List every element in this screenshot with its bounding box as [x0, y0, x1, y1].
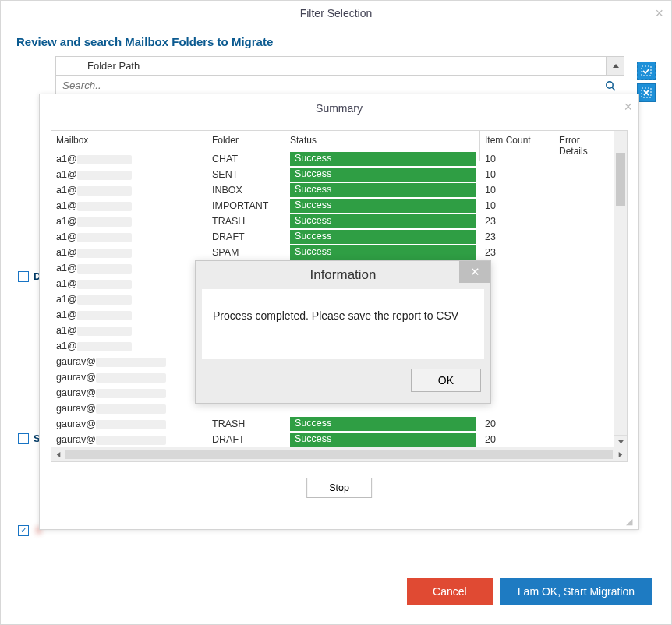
cell-item-count: [480, 283, 566, 284]
horizontal-scrollbar[interactable]: [51, 447, 627, 461]
scrollbar-track[interactable]: [65, 450, 613, 459]
table-row[interactable]: a1@.SENTSuccess10: [51, 167, 627, 182]
information-dialog: Information ✕ Process completed. Please …: [195, 260, 491, 404]
cell-item-count: 23: [480, 231, 566, 243]
cell-mailbox: a1@.: [51, 277, 207, 290]
status-badge: Success: [290, 168, 476, 182]
summary-title: Summary: [40, 94, 638, 122]
search-icon[interactable]: [605, 80, 624, 91]
cell-status: Success: [285, 182, 480, 198]
stop-button[interactable]: Stop: [306, 478, 372, 498]
resize-grip-icon[interactable]: ◢: [626, 517, 635, 526]
cell-folder: TRASH: [207, 418, 285, 430]
cell-mailbox: gaurav@.: [51, 371, 207, 383]
option-checkbox-d[interactable]: D: [18, 270, 41, 282]
cell-mailbox: gaurav@.: [51, 387, 207, 399]
cell-item-count: [480, 314, 566, 316]
status-badge: Success: [290, 433, 476, 447]
status-badge: Success: [290, 245, 476, 260]
ok-button[interactable]: OK: [411, 369, 481, 392]
cell-item-count: 10: [480, 200, 566, 212]
status-badge: Success: [290, 417, 476, 431]
select-all-toggle[interactable]: [637, 62, 656, 80]
cell-mailbox: a1@.: [51, 168, 207, 181]
cell-mailbox: gaurav@.: [51, 402, 207, 415]
cell-mailbox: a1@.: [51, 324, 207, 337]
status-badge: Success: [290, 214, 476, 228]
cell-item-count: 10: [480, 184, 566, 196]
cell-folder: SPAM: [207, 246, 285, 259]
scrollbar-thumb[interactable]: [616, 153, 625, 206]
table-row[interactable]: a1@.DRAFTSuccess23: [51, 229, 627, 245]
search-input[interactable]: [56, 76, 605, 95]
scroll-right-icon[interactable]: [613, 447, 627, 461]
section-heading: Review and search Mailbox Folders to Mig…: [1, 26, 671, 56]
info-title: Information: [309, 267, 376, 283]
cell-mailbox: a1@.: [51, 184, 207, 196]
cell-mailbox: a1@.: [51, 262, 207, 274]
cell-item-count: 23: [480, 246, 566, 259]
cell-status: [285, 408, 480, 409]
folder-path-column-header[interactable]: Folder Path: [56, 57, 607, 75]
cell-item-count: 23: [480, 215, 566, 228]
cell-folder: CHAT: [207, 153, 285, 165]
close-icon[interactable]: ×: [624, 99, 632, 115]
close-icon[interactable]: ✕: [459, 261, 490, 283]
cell-item-count: 10: [480, 168, 566, 181]
cell-status: Success: [285, 229, 480, 245]
table-row[interactable]: gaurav@.TRASHSuccess20: [51, 416, 627, 432]
start-migration-button[interactable]: I am OK, Start Migration: [500, 578, 652, 605]
cell-status: Success: [285, 432, 480, 447]
table-row[interactable]: gaurav@.DRAFTSuccess20: [51, 432, 627, 447]
cell-folder: DRAFT: [207, 433, 285, 446]
cell-mailbox: a1@.: [51, 215, 207, 228]
folder-path-search: Folder Path: [55, 56, 624, 96]
cell-mailbox: a1@.: [51, 231, 207, 243]
cell-item-count: [480, 298, 566, 300]
cell-status: Success: [285, 245, 480, 260]
status-badge: Success: [290, 152, 476, 166]
cell-mailbox: gaurav@.: [51, 355, 207, 368]
cell-item-count: [480, 392, 566, 394]
checkbox-checked-icon[interactable]: ✓: [18, 525, 29, 536]
cell-status: Success: [285, 214, 480, 229]
scroll-down-icon[interactable]: [614, 435, 627, 447]
cell-item-count: [480, 330, 566, 331]
svg-line-1: [612, 87, 615, 90]
cell-item-count: 10: [480, 153, 566, 165]
vertical-scrollbar[interactable]: [614, 151, 627, 447]
svg-rect-2: [642, 66, 651, 76]
table-row[interactable]: a1@.TRASHSuccess23: [51, 214, 627, 229]
scroll-left-icon[interactable]: [51, 447, 65, 461]
option-checkbox-s[interactable]: S: [18, 433, 41, 444]
cell-mailbox: gaurav@.: [51, 433, 207, 446]
cell-item-count: [480, 267, 566, 269]
cell-folder: SENT: [207, 168, 285, 181]
info-message: Process completed. Please save the repor…: [202, 289, 484, 359]
cell-mailbox: a1@.: [51, 200, 207, 212]
cell-item-count: [480, 361, 566, 362]
sort-ascending-icon[interactable]: [607, 57, 624, 75]
cell-mailbox: gaurav@.: [51, 418, 207, 430]
cell-mailbox: a1@.: [51, 293, 207, 305]
cell-status: Success: [285, 151, 480, 167]
status-badge: Success: [290, 199, 476, 213]
cell-item-count: 20: [480, 433, 566, 446]
cell-folder: INBOX: [207, 184, 285, 196]
svg-point-0: [607, 81, 613, 87]
cell-folder: DRAFT: [207, 231, 285, 243]
table-row[interactable]: a1@.INBOXSuccess10: [51, 182, 627, 198]
cell-folder: TRASH: [207, 215, 285, 228]
cell-status: Success: [285, 416, 480, 432]
table-row[interactable]: a1@.SPAMSuccess23: [51, 245, 627, 260]
cell-mailbox: a1@.: [51, 309, 207, 321]
close-icon[interactable]: ×: [655, 5, 663, 22]
cell-status: Success: [285, 167, 480, 182]
cell-item-count: [480, 376, 566, 378]
cell-mailbox: a1@.: [51, 153, 207, 165]
dialog-title: Filter Selection: [1, 1, 671, 26]
clear-all-toggle[interactable]: [637, 83, 656, 102]
table-row[interactable]: a1@.IMPORTANTSuccess10: [51, 198, 627, 214]
cancel-button[interactable]: Cancel: [407, 578, 493, 605]
table-row[interactable]: a1@.CHATSuccess10: [51, 151, 627, 167]
